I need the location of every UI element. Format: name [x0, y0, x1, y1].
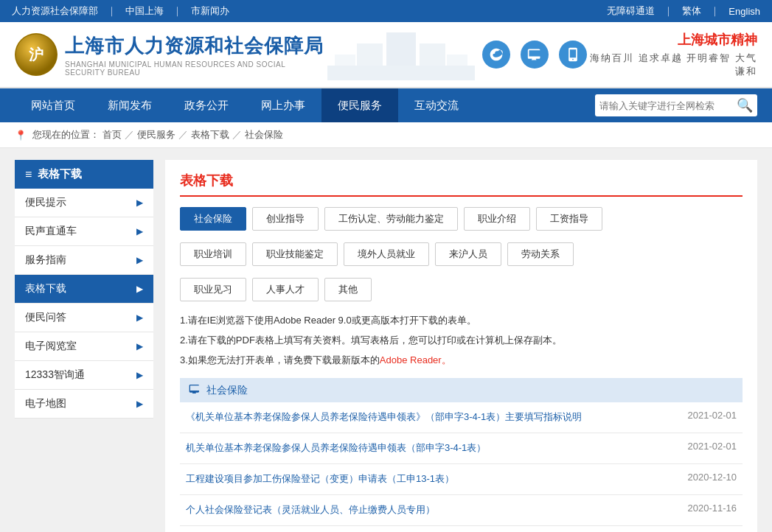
file-table: 《机关单位基本养老保险参保人员养老保险待遇申领表》（部申字3-4-1表）主要填写…: [180, 402, 743, 525]
instructions: 1.请在IE浏览器下使用Adobe Reader 9.0或更高版本打开下载的表单…: [180, 313, 743, 368]
arrow-icon: ▶: [136, 370, 143, 380]
file-link-3[interactable]: 个人社会保险登记表（灵活就业人员、停止缴费人员专用）: [180, 494, 669, 525]
cat-tab-skill[interactable]: 职业技能鉴定: [252, 242, 338, 266]
nav-government[interactable]: 政务公开: [168, 88, 245, 122]
sidebar-item-12333[interactable]: 12333智询通 ▶: [15, 361, 153, 390]
sidebar-item-forms[interactable]: 表格下载 ▶: [15, 275, 153, 304]
category-tabs-row3: 职业见习 人事人才 其他: [180, 278, 743, 301]
header-middle: [327, 29, 587, 80]
cat-tab-labor[interactable]: 劳动关系: [507, 242, 574, 266]
breadcrumb-forms[interactable]: 表格下载: [191, 128, 229, 141]
cat-tab-training[interactable]: 职业培训: [180, 242, 246, 266]
arrow-icon: ▶: [136, 255, 143, 265]
adobe-reader-link[interactable]: Adobe Reader。: [380, 354, 451, 365]
header-right: 上海城市精神 海纳百川 追求卓越 开明睿智 大气谦和: [587, 31, 757, 78]
location-icon: 📍: [15, 130, 27, 141]
cat-tab-migrants[interactable]: 来沪人员: [435, 242, 501, 266]
sidebar-item-voice[interactable]: 民声直通车 ▶: [15, 217, 153, 246]
sidebar-item-label: 电子阅览室: [25, 340, 77, 353]
sidebar-item-label: 电子地图: [25, 397, 66, 410]
file-link-0[interactable]: 《机关单位基本养老保险参保人员养老保险待遇申领表》（部申字3-4-1表）主要填写…: [180, 402, 669, 433]
main-nav: 网站首页 新闻发布 政务公开 网上办事 便民服务 互动交流 🔍: [0, 88, 772, 122]
nav-online[interactable]: 网上办事: [245, 88, 321, 122]
logo-en: SHANGHAI MUNICIPAL HUMAN RESOURCES AND S…: [65, 60, 327, 77]
sidebar-item-guide[interactable]: 服务指南 ▶: [15, 246, 153, 275]
sidebar-item-reading[interactable]: 电子阅览室 ▶: [15, 332, 153, 361]
arrow-icon: ▶: [136, 197, 143, 208]
traditional-chinese-link[interactable]: 繁体: [682, 4, 701, 18]
file-date-0: 2021-02-01: [669, 402, 743, 433]
cat-tab-salary[interactable]: 工资指导: [536, 207, 602, 231]
breadcrumb-current: 社会保险: [245, 128, 283, 141]
file-date-1: 2021-02-01: [669, 433, 743, 464]
weibo-icon[interactable]: [482, 41, 510, 69]
arrow-icon: ▶: [136, 312, 143, 323]
sidebar-item-map[interactable]: 电子地图 ▶: [15, 390, 153, 419]
cat-tab-social-insurance[interactable]: 社会保险: [180, 207, 246, 231]
sidebar: ≡ 表格下载 便民提示 ▶ 民声直通车 ▶ 服务指南 ▶ 表格下载 ▶ 便民问答…: [15, 160, 153, 532]
nav-search: 🔍: [595, 94, 757, 116]
cat-tab-internship[interactable]: 职业见习: [180, 278, 246, 301]
file-link-1[interactable]: 机关单位基本养老保险参保人员养老保险待遇申领表（部申字3-4-1表）: [180, 433, 669, 464]
nav-convenience[interactable]: 便民服务: [321, 88, 398, 122]
sidebar-item-faq[interactable]: 便民问答 ▶: [15, 304, 153, 332]
logo-area: 沪 上海市人力资源和社会保障局 SHANGHAI MUNICIPAL HUMAN…: [15, 33, 327, 77]
search-icon[interactable]: 🔍: [737, 97, 753, 113]
monitor-icon[interactable]: [521, 41, 549, 69]
header: 沪 上海市人力资源和社会保障局 SHANGHAI MUNICIPAL HUMAN…: [0, 22, 772, 88]
english-link[interactable]: English: [728, 6, 760, 17]
top-link-shanghai[interactable]: 中国上海: [125, 4, 164, 18]
cat-tab-foreign[interactable]: 境外人员就业: [344, 242, 429, 266]
sidebar-item-label: 便民问答: [25, 311, 66, 324]
table-row: 工程建设项目参加工伤保险登记（变更）申请表（工申13-1表） 2020-12-1…: [180, 463, 743, 494]
city-spirit-title: 上海城市精神: [587, 31, 757, 49]
monitor-section-icon: [189, 383, 201, 397]
logo-text: 上海市人力资源和社会保障局 SHANGHAI MUNICIPAL HUMAN R…: [65, 33, 327, 77]
section-header: 社会保险: [180, 378, 743, 402]
breadcrumb-label: 您现在的位置：: [32, 128, 100, 141]
main-area: ≡ 表格下载 便民提示 ▶ 民声直通车 ▶ 服务指南 ▶ 表格下载 ▶ 便民问答…: [0, 148, 772, 532]
nav-home[interactable]: 网站首页: [15, 88, 91, 122]
top-bar-left: 人力资源社会保障部 ｜ 中国上海 ｜ 市新闻办: [12, 4, 229, 18]
top-link-news[interactable]: 市新闻办: [191, 4, 229, 18]
instruction-1: 1.请在IE浏览器下使用Adobe Reader 9.0或更高版本打开下载的表单…: [180, 313, 743, 329]
instruction-2: 2.请在下载的PDF表格上填写有关资料。填写表格后，您可以打印或在计算机上保存副…: [180, 333, 743, 349]
mobile-icon[interactable]: [559, 41, 587, 69]
cat-tab-career[interactable]: 职业介绍: [464, 207, 530, 231]
content-area: 表格下载 社会保险 创业指导 工伤认定、劳动能力鉴定 职业介绍 工资指导 职业培…: [165, 160, 757, 532]
file-date-2: 2020-12-10: [669, 463, 743, 494]
top-link-hrss[interactable]: 人力资源社会保障部: [12, 4, 98, 18]
nav-items: 网站首页 新闻发布 政务公开 网上办事 便民服务 互动交流: [15, 88, 595, 122]
file-link-2[interactable]: 工程建设项目参加工伤保险登记（变更）申请表（工申13-1表）: [180, 463, 669, 494]
sidebar-item-tips[interactable]: 便民提示 ▶: [15, 189, 153, 217]
breadcrumb-convenience[interactable]: 便民服务: [137, 128, 175, 141]
category-tabs-row2: 职业培训 职业技能鉴定 境外人员就业 来沪人员 劳动关系: [180, 242, 743, 266]
cat-tab-injury[interactable]: 工伤认定、劳动能力鉴定: [324, 207, 458, 231]
accessibility-link[interactable]: 无障碍通道: [607, 4, 655, 18]
sidebar-item-label: 民声直通车: [25, 225, 77, 238]
top-bar-right: 无障碍通道 ｜ 繁体 ｜ English: [607, 4, 760, 18]
arrow-icon: ▶: [136, 226, 143, 237]
sidebar-item-label: 便民提示: [25, 196, 66, 209]
nav-interaction[interactable]: 互动交流: [398, 88, 475, 122]
sidebar-item-label: 表格下载: [25, 282, 66, 295]
table-row: 机关单位基本养老保险参保人员养老保险待遇申领表（部申字3-4-1表） 2021-…: [180, 433, 743, 464]
arrow-icon: ▶: [136, 341, 143, 351]
cat-tab-talent[interactable]: 人事人才: [252, 278, 319, 301]
logo-icon: 沪: [15, 33, 58, 76]
search-input[interactable]: [599, 100, 737, 111]
file-date-3: 2020-11-16: [669, 494, 743, 525]
category-tabs-row1: 社会保险 创业指导 工伤认定、劳动能力鉴定 职业介绍 工资指导: [180, 207, 743, 231]
breadcrumb-home[interactable]: 首页: [102, 128, 122, 141]
content-title: 表格下载: [180, 172, 743, 197]
social-icons: [482, 41, 587, 69]
sidebar-item-label: 12333智询通: [25, 368, 85, 382]
top-bar: 人力资源社会保障部 ｜ 中国上海 ｜ 市新闻办 无障碍通道 ｜ 繁体 ｜ Eng…: [0, 0, 772, 22]
nav-news[interactable]: 新闻发布: [91, 88, 168, 122]
sidebar-title: 表格下载: [38, 167, 82, 181]
cat-tab-other[interactable]: 其他: [324, 278, 372, 301]
logo-cn: 上海市人力资源和社会保障局: [65, 33, 327, 59]
cat-tab-entrepreneurship[interactable]: 创业指导: [252, 207, 319, 231]
breadcrumb: 📍 您现在的位置： 首页 ／ 便民服务 ／ 表格下载 ／ 社会保险: [0, 122, 772, 148]
arrow-icon: ▶: [136, 399, 143, 409]
